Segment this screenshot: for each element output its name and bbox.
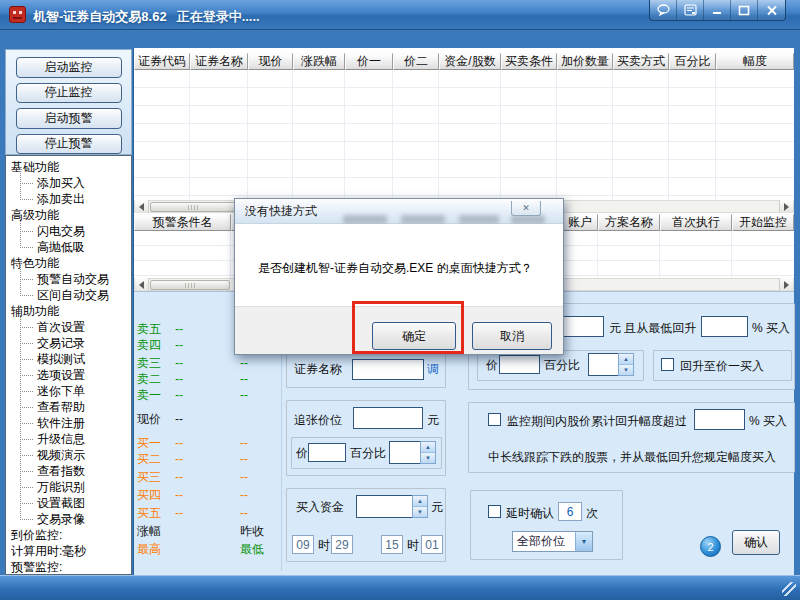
- end-hour-field[interactable]: 15: [381, 535, 403, 554]
- percent-spinner: ▲▼: [588, 353, 634, 376]
- confirm-button[interactable]: 确认: [732, 530, 780, 555]
- column-header[interactable]: 首次执行: [660, 214, 732, 231]
- rebound-price-input[interactable]: [560, 316, 604, 337]
- rebound-to-price1-checkbox[interactable]: [661, 358, 674, 371]
- spinner-up-icon[interactable]: ▲: [421, 442, 435, 453]
- app-title: 机智-证券自动交易8.62: [33, 9, 167, 24]
- column-header[interactable]: 证券代码: [134, 53, 190, 70]
- percent-spinner-input[interactable]: [389, 441, 420, 464]
- column-header[interactable]: 方案名称: [598, 214, 660, 231]
- stock-name-label: 证券名称: [294, 362, 342, 376]
- quote-row-buy4: 买四 -- --: [137, 488, 287, 502]
- dialog-close-button[interactable]: ✕: [511, 201, 541, 216]
- spinner-down-icon[interactable]: ▼: [413, 507, 427, 517]
- resize-grip[interactable]: [782, 582, 796, 596]
- delay-confirm-checkbox[interactable]: [488, 505, 501, 518]
- buy-fund-label: 买入资金: [296, 500, 344, 514]
- end-minute-field[interactable]: 01: [421, 535, 443, 554]
- start-alert-button[interactable]: 启动预警: [16, 108, 122, 129]
- quote-value: --: [175, 470, 183, 484]
- column-header[interactable]: 资金/股数: [439, 53, 501, 70]
- close-button[interactable]: [758, 0, 785, 20]
- maximize-button[interactable]: [731, 0, 758, 20]
- delay-count-suffix: 次: [586, 506, 598, 520]
- tree-item-trade-recording[interactable]: 交易录像: [6, 511, 131, 527]
- hour-label: 时: [318, 538, 330, 552]
- scrollbar-thumb[interactable]: [150, 202, 236, 212]
- quote-value: --: [240, 436, 248, 450]
- scrollbar-thumb[interactable]: [150, 280, 230, 290]
- column-header[interactable]: 买卖条件: [501, 53, 557, 70]
- rebound-percent-input[interactable]: [701, 316, 748, 337]
- column-header[interactable]: 现价: [248, 53, 293, 70]
- quote-value: --: [175, 436, 183, 450]
- message-button[interactable]: [650, 0, 677, 20]
- title-bar: 机智-证券自动交易8.62正在登录中.....: [0, 0, 800, 30]
- scroll-left-arrow[interactable]: [135, 200, 149, 213]
- price-label: 价: [296, 446, 308, 460]
- column-header[interactable]: 账户: [562, 214, 598, 231]
- status-bar: [0, 575, 800, 600]
- percent-label: 百分比: [544, 358, 580, 372]
- price-input[interactable]: [499, 355, 540, 374]
- dialog-body: 是否创建机智-证券自动交易.EXE 的桌面快捷方式？: [235, 224, 563, 308]
- window-title: 机智-证券自动交易8.62正在登录中.....: [33, 8, 260, 26]
- tree-item-swing-trade[interactable]: 高抛低吸: [6, 239, 131, 255]
- delay-confirm-label: 延时确认: [506, 506, 554, 520]
- delay-count-field[interactable]: 6: [558, 502, 582, 521]
- stop-monitor-button[interactable]: 停止监控: [16, 83, 122, 104]
- blurred-text: [459, 215, 499, 224]
- stop-alert-button[interactable]: 停止预警: [16, 134, 122, 155]
- column-header[interactable]: 预警条件名: [134, 214, 231, 231]
- cumulative-percent-input[interactable]: [694, 409, 745, 430]
- blue-badge-icon[interactable]: 2: [700, 536, 721, 557]
- quote-row-sell1: 卖一 -- --: [137, 388, 287, 402]
- spinner-up-icon[interactable]: ▲: [413, 496, 427, 507]
- column-header[interactable]: 价二: [393, 53, 439, 70]
- buy-fund-input[interactable]: [356, 495, 412, 518]
- price-monitor-status-label: 到价监控:: [6, 527, 131, 543]
- cumulative-checkbox[interactable]: [488, 413, 501, 426]
- stock-name-input[interactable]: [352, 359, 424, 380]
- rebound-mid-label: 元 且从最低回升: [609, 321, 696, 335]
- adjust-link[interactable]: 调: [427, 362, 439, 376]
- log-panel-button[interactable]: [677, 0, 704, 20]
- speech-bubble-icon: [656, 4, 671, 16]
- column-header[interactable]: 幅度: [716, 53, 794, 70]
- cumulative-buy-suffix: % 买入: [749, 414, 787, 428]
- percent-spinner-input[interactable]: [588, 353, 618, 376]
- column-header[interactable]: 加价数量: [557, 53, 613, 70]
- scroll-right-arrow[interactable]: [779, 200, 793, 213]
- prev-close-label: 昨收: [240, 524, 264, 538]
- column-header[interactable]: 开始监控: [732, 214, 794, 231]
- cumulative-note: 中长线跟踪下跌的股票，并从最低回升您规定幅度买入: [488, 450, 776, 464]
- minimize-button[interactable]: [704, 0, 731, 20]
- chase-price-label: 追张价位: [294, 413, 342, 427]
- column-header[interactable]: 证券名称: [190, 53, 248, 70]
- cumulative-label: 监控期间内股价累计回升幅度超过: [507, 414, 687, 428]
- quote-row-buy3: 买三 -- --: [137, 470, 287, 484]
- spinner-down-icon[interactable]: ▼: [421, 453, 435, 463]
- scroll-right-arrow[interactable]: [779, 278, 793, 291]
- login-status-text: 正在登录中.....: [177, 9, 260, 24]
- column-header[interactable]: 买卖方式: [613, 53, 669, 70]
- quote-label: 买三: [137, 470, 161, 484]
- column-header[interactable]: 涨跌幅: [293, 53, 345, 70]
- column-header[interactable]: 百分比: [669, 53, 716, 70]
- start-monitor-button[interactable]: 启动监控: [16, 57, 122, 78]
- chase-price-input[interactable]: [353, 407, 423, 429]
- start-hour-field[interactable]: 09: [292, 535, 314, 554]
- alert-monitor-status-label: 预警监控:: [6, 559, 131, 575]
- column-header[interactable]: 价一: [345, 53, 393, 70]
- scroll-left-arrow[interactable]: [135, 278, 149, 291]
- spinner-down-icon[interactable]: ▼: [619, 365, 633, 375]
- annotation-red-box: [352, 301, 464, 354]
- chevron-down-icon[interactable]: ▼: [575, 532, 592, 551]
- spinner-up-icon[interactable]: ▲: [619, 354, 633, 365]
- cancel-button[interactable]: 取消: [472, 322, 552, 350]
- price-level-dropdown[interactable]: 全部价位 ▼: [512, 531, 593, 552]
- start-minute-field[interactable]: 29: [331, 535, 353, 554]
- tree-item-add-sell[interactable]: 添加卖出: [6, 191, 131, 207]
- price-input[interactable]: [308, 443, 346, 462]
- tree-item-range-auto-trade[interactable]: 区间自动交易: [6, 287, 131, 303]
